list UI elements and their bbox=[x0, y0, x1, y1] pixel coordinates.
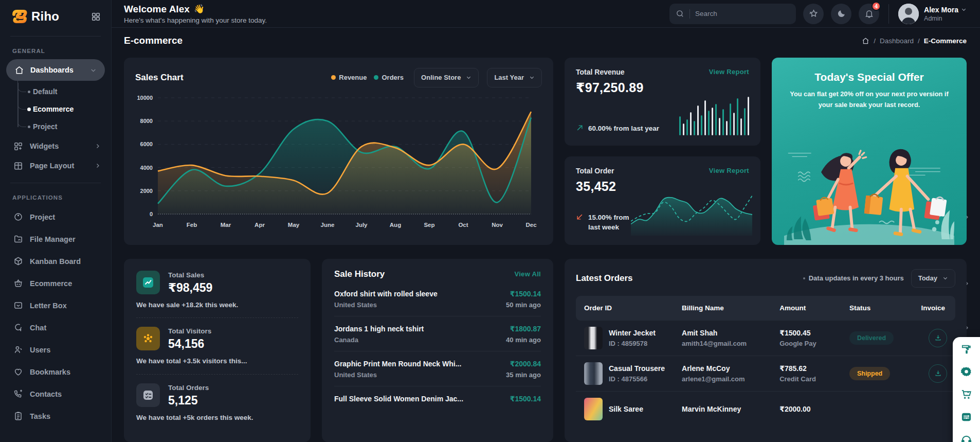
submenu-label: Default bbox=[33, 87, 57, 96]
col-amount: Amount bbox=[779, 304, 849, 312]
sale-history-item[interactable]: Oxford shirt with rolled sleeveUnited St… bbox=[334, 281, 541, 316]
history-time: 40 min ago bbox=[506, 336, 541, 344]
order-sparkline bbox=[631, 182, 752, 238]
notifications-button[interactable]: 4 bbox=[859, 4, 879, 24]
submenu-label: Ecommerce bbox=[33, 105, 74, 113]
user-role: Admin bbox=[924, 15, 967, 22]
sidebar-item-ecommerce[interactable]: Ecommerce bbox=[0, 100, 111, 118]
store-filter-label: Online Store bbox=[421, 74, 461, 81]
bullet-icon bbox=[28, 126, 30, 128]
user-name: Alex Mora bbox=[924, 6, 958, 14]
sale-history-title: Sale History bbox=[334, 269, 385, 279]
notification-badge: 4 bbox=[872, 2, 881, 11]
orders-period-select[interactable]: Today bbox=[911, 269, 955, 288]
sidebar-item-default[interactable]: Default bbox=[0, 83, 111, 100]
dashboards-submenu: Default Ecommerce Project bbox=[0, 83, 111, 135]
dark-mode-button[interactable] bbox=[831, 4, 851, 24]
sales-chart-card: Sales Chart Revenue Orders Online Store … bbox=[124, 58, 553, 245]
app-logo-text: Riho bbox=[31, 9, 59, 24]
sale-history-item[interactable]: Graphic Print Men Round Neck Whi...Unite… bbox=[334, 351, 541, 386]
user-menu[interactable]: Alex Mora Admin bbox=[898, 4, 967, 24]
revenue-view-report-link[interactable]: View Report bbox=[709, 68, 749, 76]
orders-checklist-icon bbox=[136, 383, 160, 407]
bullet-icon bbox=[28, 91, 30, 93]
stat-note: We have total +3.5k visitors this... bbox=[136, 357, 298, 365]
svg-text:Jan: Jan bbox=[153, 222, 163, 228]
chevron-down-icon bbox=[942, 275, 948, 281]
order-row[interactable]: Silk Saree Marvin McKinney ₹2000.00 bbox=[576, 392, 955, 427]
col-status: Status bbox=[849, 304, 908, 312]
sale-history-view-all-link[interactable]: View All bbox=[514, 270, 541, 278]
order-row[interactable]: Casual TrousereID : 4875566 Arlene McCoy… bbox=[576, 356, 955, 392]
sidebar-logo-row: Riho bbox=[0, 0, 111, 33]
order-product: Silk Saree bbox=[609, 405, 643, 413]
product-thumbnail bbox=[584, 398, 603, 420]
history-time: 50 min ago bbox=[506, 301, 541, 309]
totals-card: Total Sales ₹98,459 We have sale +18.2k … bbox=[124, 259, 311, 442]
starred-button[interactable] bbox=[803, 4, 824, 24]
history-product: Full Sleeve Solid Women Denim Jac... bbox=[334, 395, 463, 403]
invoice-download-button[interactable] bbox=[929, 364, 947, 383]
stat-note: We have sale +18.2k this week. bbox=[136, 301, 298, 309]
folder-icon bbox=[13, 234, 23, 244]
page-title: E-commerce bbox=[124, 35, 183, 46]
order-row[interactable]: Winter JecketID : 4859578 Amit Shahamith… bbox=[576, 321, 955, 356]
app-logo[interactable]: Riho bbox=[11, 8, 59, 25]
stat-value: 54,156 bbox=[168, 337, 211, 351]
visitors-scatter-icon bbox=[136, 327, 160, 350]
offer-title: Today's Special Offer bbox=[784, 71, 954, 83]
cart-button[interactable] bbox=[960, 388, 972, 400]
payment-method: Credit Card bbox=[779, 375, 849, 383]
svg-text:Apr: Apr bbox=[255, 222, 265, 228]
trend-up-icon bbox=[576, 124, 584, 132]
history-product: Jordans 1 high neck tshirt bbox=[334, 325, 424, 333]
chevron-right-icon bbox=[95, 143, 101, 149]
invoice-download-button[interactable] bbox=[929, 329, 947, 347]
search-box[interactable] bbox=[669, 4, 796, 24]
sidebar-section-general: GENERAL bbox=[12, 48, 111, 54]
mail-icon bbox=[13, 300, 23, 310]
support-headset-button[interactable] bbox=[960, 434, 972, 442]
home-icon[interactable] bbox=[862, 37, 869, 45]
stat-total-orders: Total Orders 5,125 We have total +5k ord… bbox=[136, 374, 298, 431]
total-revenue-card: Total Revenue View Report ₹97,250.89 60.… bbox=[565, 58, 760, 146]
special-offer-card: Today's Special Offer You can flat get 2… bbox=[772, 58, 967, 245]
moon-icon bbox=[837, 9, 846, 19]
welcome-title: Welcome Alex bbox=[124, 4, 190, 15]
history-region: Canada bbox=[334, 336, 424, 344]
billing-email: amith14@gmail.com bbox=[682, 340, 779, 347]
svg-text:4000: 4000 bbox=[140, 164, 153, 170]
svg-text:Oct: Oct bbox=[458, 222, 468, 228]
sale-history-item[interactable]: Jordans 1 high neck tshirtCanada ₹1800.8… bbox=[334, 316, 541, 351]
svg-text:2000: 2000 bbox=[140, 187, 153, 193]
settings-gear-button[interactable] bbox=[960, 366, 972, 378]
billing-name: Amit Shah bbox=[682, 329, 717, 337]
sale-history-item[interactable]: Full Sleeve Solid Women Denim Jac... ₹15… bbox=[334, 386, 541, 413]
sidebar-item-widgets[interactable]: Widgets bbox=[0, 136, 111, 156]
sidebar-toggle-grid-icon[interactable] bbox=[91, 12, 101, 22]
kpi-column: Total Revenue View Report ₹97,250.89 60.… bbox=[565, 58, 760, 245]
legend-dot-orders bbox=[374, 75, 378, 80]
sale-history-card: Sale History View All Oxford shirt with … bbox=[322, 259, 553, 442]
sidebar-divider bbox=[10, 183, 101, 183]
preferences-sliders-button[interactable] bbox=[960, 411, 972, 423]
store-filter-select[interactable]: Online Store bbox=[414, 68, 479, 87]
sales-chart-canvas: 0200040006000800010000JanFebMarAprMayJun… bbox=[135, 93, 542, 235]
svg-text:10000: 10000 bbox=[137, 95, 153, 101]
order-amount: ₹2000.00 bbox=[779, 405, 810, 413]
sidebar-section-applications: APPLICATIONS bbox=[12, 195, 111, 201]
orders-period-label: Today bbox=[918, 274, 937, 282]
history-amount: ₹1500.14 bbox=[510, 395, 541, 403]
legend-dot-revenue bbox=[331, 75, 336, 80]
search-input[interactable] bbox=[695, 10, 772, 17]
sidebar-item-page-layout[interactable]: Page Layout bbox=[0, 156, 111, 175]
period-filter-select[interactable]: Last Year bbox=[487, 68, 542, 87]
bullet-icon bbox=[27, 108, 31, 111]
header-divider bbox=[888, 4, 889, 24]
sidebar-item-project-dash[interactable]: Project bbox=[0, 118, 111, 135]
breadcrumb-dashboard[interactable]: Dashboard bbox=[880, 37, 914, 45]
theme-customizer-button[interactable] bbox=[961, 344, 972, 355]
svg-text:Feb: Feb bbox=[187, 222, 197, 228]
order-view-report-link[interactable]: View Report bbox=[709, 167, 749, 174]
bullet-icon bbox=[803, 277, 805, 279]
